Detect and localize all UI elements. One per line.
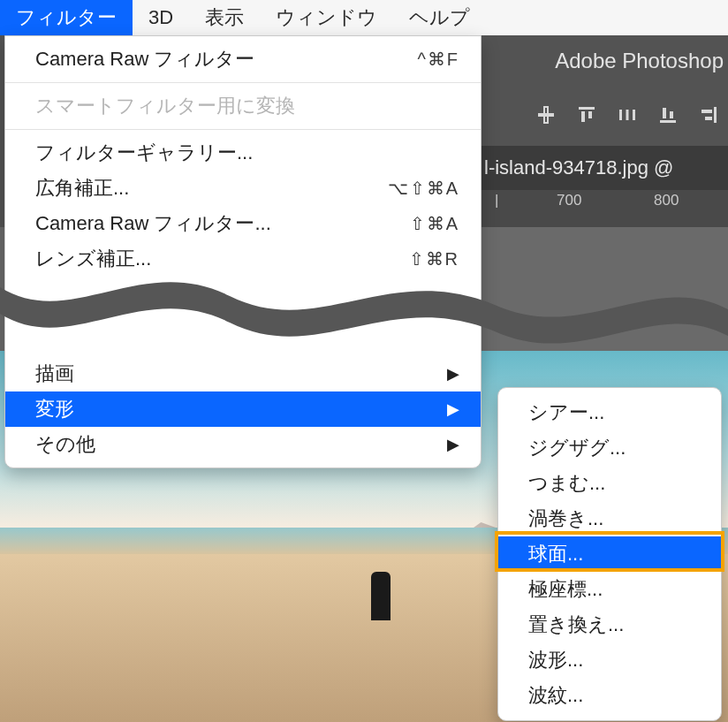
- menu-item-label: 変形: [35, 396, 74, 422]
- ruler: | 700 800: [477, 190, 728, 227]
- distort-submenu: シアー... ジグザグ... つまむ... 渦巻き... 球面... 極座標..…: [497, 387, 722, 721]
- svg-rect-2: [579, 107, 595, 110]
- menu-separator: [5, 82, 481, 83]
- menu-item-label: Camera Raw フィルター...: [35, 210, 271, 237]
- submenu-item-polar[interactable]: 極座標...: [498, 572, 721, 607]
- svg-rect-7: [633, 110, 635, 120]
- ruler-tick-label: 800: [654, 192, 679, 209]
- menubar: フィルター 3D 表示 ウィンドウ ヘルプ: [0, 0, 728, 35]
- svg-rect-11: [714, 107, 717, 123]
- menu-item-label: その他: [35, 431, 95, 458]
- distribute-h-icon[interactable]: [617, 104, 638, 125]
- menu-item-label: 広角補正...: [35, 175, 129, 201]
- menu-item-convert-smart: スマートフィルター用に変換: [5, 88, 481, 124]
- svg-rect-4: [588, 111, 592, 118]
- menu-item-other[interactable]: その他 ▶: [5, 427, 481, 462]
- canvas-figure: [371, 572, 391, 620]
- svg-rect-13: [705, 117, 712, 120]
- menu-item-distort[interactable]: 変形 ▶: [5, 391, 481, 427]
- submenu-item-wave[interactable]: 波形...: [498, 642, 721, 678]
- menu-view[interactable]: 表示: [189, 0, 260, 35]
- submenu-arrow-icon: ▶: [447, 399, 459, 419]
- menu-item-render[interactable]: 描画 ▶: [5, 356, 481, 391]
- align-bottom-icon[interactable]: [657, 104, 679, 125]
- submenu-item-twirl[interactable]: 渦巻き...: [498, 501, 721, 536]
- menu-item-label: Camera Raw フィルター: [35, 46, 254, 72]
- menu-item-filter-gallery[interactable]: フィルターギャラリー...: [5, 135, 481, 171]
- svg-rect-9: [663, 108, 666, 118]
- menu-item-shortcut: ⌥⇧⌘A: [388, 178, 459, 199]
- align-right-edge-icon[interactable]: [698, 104, 719, 125]
- document-tab[interactable]: l-island-934718.jpg @: [477, 146, 728, 190]
- submenu-item-shear[interactable]: シアー...: [498, 395, 721, 430]
- menu-item-last-filter[interactable]: Camera Raw フィルター ^⌘F: [5, 42, 481, 77]
- app-title: Adobe Photoshop: [555, 49, 728, 73]
- svg-rect-10: [670, 111, 673, 118]
- svg-rect-8: [660, 120, 676, 123]
- menu-item-label: フィルターギャラリー...: [35, 140, 253, 166]
- menu-window[interactable]: ウィンドウ: [260, 0, 393, 35]
- submenu-item-spherize[interactable]: 球面...: [498, 536, 721, 572]
- submenu-item-ripple[interactable]: 波紋...: [498, 678, 721, 713]
- menu-item-shortcut: ⇧⌘A: [410, 213, 459, 234]
- svg-rect-6: [626, 110, 629, 120]
- submenu-arrow-icon: ▶: [447, 435, 459, 454]
- ruler-tick: |: [495, 192, 498, 209]
- submenu-item-displace[interactable]: 置き換え...: [498, 607, 721, 642]
- menu-item-label: 描画: [35, 361, 74, 387]
- menu-help[interactable]: ヘルプ: [393, 0, 486, 35]
- menu-separator: [5, 129, 481, 130]
- submenu-arrow-icon: ▶: [447, 364, 459, 384]
- menu-item-label: スマートフィルター用に変換: [35, 93, 295, 119]
- svg-rect-5: [619, 110, 622, 120]
- filter-menu-dropdown: Camera Raw フィルター ^⌘F スマートフィルター用に変換 フィルター…: [4, 35, 482, 468]
- wavy-cut-decoration: [0, 261, 728, 358]
- svg-rect-12: [701, 110, 712, 113]
- menu-3d[interactable]: 3D: [133, 0, 189, 35]
- menu-filter[interactable]: フィルター: [0, 0, 133, 35]
- align-top-icon[interactable]: [576, 104, 597, 125]
- ruler-tick-label: 700: [557, 192, 581, 209]
- svg-rect-0: [538, 113, 554, 117]
- align-vcenter-icon[interactable]: [535, 104, 557, 125]
- menu-item-adaptive-wide[interactable]: 広角補正... ⌥⇧⌘A: [5, 171, 481, 206]
- menu-item-shortcut: ^⌘F: [417, 49, 459, 70]
- submenu-item-zigzag[interactable]: ジグザグ...: [498, 430, 721, 466]
- svg-rect-3: [581, 111, 585, 122]
- menu-item-camera-raw[interactable]: Camera Raw フィルター... ⇧⌘A: [5, 206, 481, 241]
- submenu-item-pinch[interactable]: つまむ...: [498, 466, 721, 501]
